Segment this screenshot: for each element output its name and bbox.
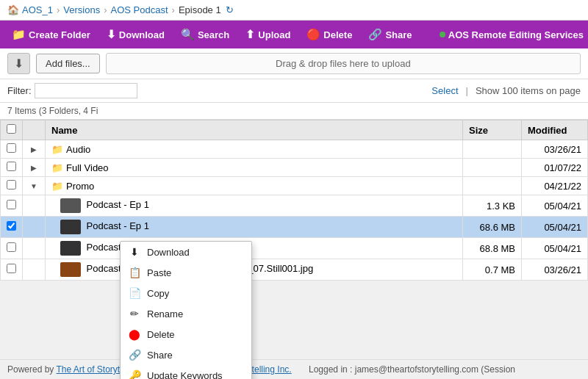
row-name-cell[interactable]: 📁Full Video bbox=[46, 159, 463, 177]
row-size-cell: 1.3 KB bbox=[463, 195, 522, 217]
ctx-rename-icon: ✏ bbox=[128, 308, 141, 320]
aos-remote-services[interactable]: AOS Remote Editing Services bbox=[440, 29, 584, 40]
table-row[interactable]: ▶ 📁Audio 03/26/21 bbox=[1, 140, 588, 159]
row-checkbox-cell bbox=[1, 140, 23, 159]
table-row[interactable]: Podcast - Ep 1 1.3 KB 05/04/21 bbox=[1, 195, 588, 217]
folder-icon: 📁 bbox=[51, 144, 63, 155]
expand-open-arrow[interactable]: ▼ bbox=[29, 181, 39, 192]
th-expand bbox=[23, 120, 46, 140]
upload-icon: ⬆ bbox=[245, 28, 255, 41]
create-folder-label: Create Folder bbox=[29, 29, 90, 40]
row-checkbox[interactable] bbox=[7, 264, 16, 273]
row-size-cell: 68.6 MB bbox=[463, 217, 522, 238]
folder-icon: 📁 bbox=[51, 181, 63, 192]
breadcrumb-versions[interactable]: Versions bbox=[63, 4, 100, 15]
breadcrumb-home[interactable]: AOS_1 bbox=[22, 4, 53, 15]
share-label: Share bbox=[385, 29, 412, 40]
ctx-download-label: Download bbox=[147, 247, 190, 258]
th-name[interactable]: Name bbox=[46, 120, 463, 140]
ctx-delete-icon: ⬤ bbox=[128, 328, 141, 340]
table-row[interactable]: Podcast Episode 1 - Promo.00_00_24_07.St… bbox=[1, 259, 588, 281]
ctx-paste-label: Paste bbox=[147, 267, 171, 278]
row-checkbox-cell bbox=[1, 159, 23, 177]
th-size[interactable]: Size bbox=[463, 120, 522, 140]
row-expand-cell bbox=[23, 259, 46, 281]
th-checkbox bbox=[1, 120, 23, 140]
ctx-download[interactable]: ⬇ Download bbox=[121, 242, 251, 262]
refresh-icon[interactable]: ↻ bbox=[226, 4, 234, 15]
table-row[interactable]: Podcast - Ep 1 - Promo - SUBS.mp4 68.8 M… bbox=[1, 238, 588, 259]
ctx-copy[interactable]: 📄 Copy bbox=[121, 283, 251, 303]
row-size-cell: 0.7 MB bbox=[463, 259, 522, 281]
drag-drop-area[interactable]: Drag & drop files here to upload bbox=[106, 53, 581, 74]
select-all-checkbox[interactable] bbox=[7, 124, 16, 134]
table-row[interactable]: Podcast - Ep 1 68.6 MB 05/04/21 bbox=[1, 217, 588, 238]
row-checkbox[interactable] bbox=[7, 162, 16, 171]
upload-button[interactable]: ⬆ Upload bbox=[238, 24, 298, 45]
row-name-cell[interactable]: Podcast - Ep 1 bbox=[46, 217, 463, 238]
filter-input[interactable] bbox=[35, 83, 137, 98]
breadcrumb-current: Episode 1 bbox=[179, 4, 221, 15]
items-count: 7 Items (3 Folders, 4 Fi bbox=[0, 103, 588, 120]
search-label: Search bbox=[198, 29, 229, 40]
show-items-link[interactable]: Show 100 items on page bbox=[476, 85, 581, 96]
ctx-keywords-label: Update Keywords bbox=[147, 370, 223, 380]
expand-arrow[interactable]: ▶ bbox=[29, 163, 39, 173]
download-button[interactable]: ⬇ Download bbox=[99, 24, 172, 45]
row-checkbox[interactable] bbox=[7, 200, 16, 209]
image-thumbnail bbox=[60, 262, 81, 277]
file-table-wrapper: Name Size Modified ▶ 📁Audio 03/26/21 ▶ bbox=[0, 120, 588, 281]
main-content: Name Size Modified ▶ 📁Audio 03/26/21 ▶ bbox=[0, 120, 588, 281]
breadcrumb-sep-1: › bbox=[57, 4, 60, 15]
row-name-cell[interactable]: Podcast Episode 1 - Promo.00_00_24_07.St… bbox=[46, 259, 463, 281]
delete-button[interactable]: 🔴 Delete bbox=[299, 24, 359, 45]
delete-icon: 🔴 bbox=[306, 28, 320, 41]
row-name-cell[interactable]: 📁Promo bbox=[46, 177, 463, 195]
row-modified-cell: 03/26/21 bbox=[522, 259, 588, 281]
row-expand-cell[interactable]: ▶ bbox=[23, 159, 46, 177]
row-checkbox[interactable] bbox=[7, 180, 16, 190]
ctx-download-icon: ⬇ bbox=[128, 246, 141, 258]
row-checkbox[interactable] bbox=[7, 221, 16, 231]
ctx-delete[interactable]: ⬤ Delete bbox=[121, 324, 251, 344]
ctx-update-keywords[interactable]: 🔑 Update Keywords bbox=[121, 365, 251, 379]
row-checkbox-cell bbox=[1, 195, 23, 217]
table-row[interactable]: ▶ 📁Full Video 01/07/22 bbox=[1, 159, 588, 177]
file-table: Name Size Modified ▶ 📁Audio 03/26/21 ▶ bbox=[0, 120, 588, 281]
row-modified-cell: 05/04/21 bbox=[522, 195, 588, 217]
th-modified[interactable]: Modified bbox=[522, 120, 588, 140]
ctx-share-label: Share bbox=[147, 350, 173, 361]
filter-bar: Filter: Select | Show 100 items on page bbox=[0, 79, 588, 103]
ctx-copy-icon: 📄 bbox=[128, 287, 141, 299]
home-icon: 🏠 bbox=[7, 4, 19, 15]
ctx-keywords-icon: 🔑 bbox=[128, 369, 141, 379]
row-expand-cell[interactable]: ▶ bbox=[23, 140, 46, 159]
footer-powered-by: Powered by bbox=[7, 364, 54, 375]
video-thumbnail bbox=[60, 241, 81, 256]
row-name-cell[interactable]: Podcast - Ep 1 - Promo - SUBS.mp4 bbox=[46, 238, 463, 259]
row-name-cell[interactable]: 📁Audio bbox=[46, 140, 463, 159]
row-expand-cell bbox=[23, 217, 46, 238]
row-modified-cell: 05/04/21 bbox=[522, 238, 588, 259]
video-thumbnail bbox=[60, 198, 81, 213]
search-button[interactable]: 🔍 Search bbox=[173, 24, 237, 45]
row-name-cell[interactable]: Podcast - Ep 1 bbox=[46, 195, 463, 217]
row-checkbox[interactable] bbox=[7, 242, 16, 252]
download-label: Download bbox=[119, 29, 165, 40]
ctx-share[interactable]: 🔗 Share bbox=[121, 344, 251, 365]
ctx-paste[interactable]: 📋 Paste bbox=[121, 262, 251, 283]
select-link[interactable]: Select bbox=[431, 85, 458, 96]
row-expand-cell bbox=[23, 195, 46, 217]
expand-arrow[interactable]: ▶ bbox=[29, 145, 39, 155]
row-checkbox[interactable] bbox=[7, 143, 16, 153]
ctx-delete-label: Delete bbox=[147, 329, 175, 340]
breadcrumb-podcast[interactable]: AOS Podcast bbox=[110, 4, 168, 15]
share-button[interactable]: 🔗 Share bbox=[361, 24, 419, 45]
download-arrow-button[interactable]: ⬇ bbox=[7, 53, 30, 74]
ctx-rename[interactable]: ✏ Rename bbox=[121, 303, 251, 324]
create-folder-button[interactable]: 📁 Create Folder bbox=[4, 24, 98, 45]
row-expand-cell[interactable]: ▼ bbox=[23, 177, 46, 195]
table-row[interactable]: ▼ 📁Promo 04/21/22 bbox=[1, 177, 588, 195]
add-files-button[interactable]: Add files... bbox=[36, 54, 100, 73]
row-modified-cell: 01/07/22 bbox=[522, 159, 588, 177]
